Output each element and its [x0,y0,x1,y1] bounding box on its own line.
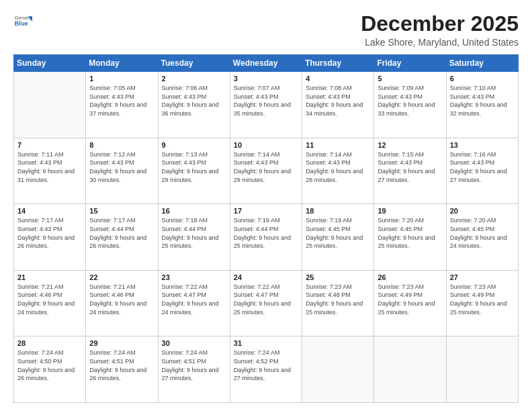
day-info: Sunrise: 7:19 AM Sunset: 4:44 PM Dayligh… [234,216,298,250]
table-row: 8Sunrise: 7:12 AM Sunset: 4:43 PM Daylig… [86,138,158,204]
day-number: 8 [89,141,154,149]
day-info: Sunrise: 7:22 AM Sunset: 4:47 PM Dayligh… [162,283,226,316]
table-row: 1Sunrise: 7:05 AM Sunset: 4:43 PM Daylig… [86,72,158,138]
table-row [14,72,86,138]
table-row: 23Sunrise: 7:22 AM Sunset: 4:47 PM Dayli… [158,270,230,336]
table-row: 31Sunrise: 7:24 AM Sunset: 4:52 PM Dayli… [230,336,302,403]
day-number: 7 [17,141,82,149]
day-info: Sunrise: 7:23 AM Sunset: 4:48 PM Dayligh… [306,283,370,316]
day-number: 28 [17,339,82,347]
day-number: 17 [234,207,298,215]
table-row: 19Sunrise: 7:20 AM Sunset: 4:45 PM Dayli… [374,204,446,271]
table-row: 16Sunrise: 7:18 AM Sunset: 4:44 PM Dayli… [158,204,230,271]
header: General Blue December 2025 Lake Shore, M… [13,12,519,48]
day-number: 22 [89,273,154,281]
table-row: 13Sunrise: 7:16 AM Sunset: 4:43 PM Dayli… [446,138,518,204]
logo: General Blue [13,12,32,31]
day-info: Sunrise: 7:05 AM Sunset: 4:43 PM Dayligh… [89,84,154,118]
day-info: Sunrise: 7:17 AM Sunset: 4:44 PM Dayligh… [89,216,154,250]
day-info: Sunrise: 7:14 AM Sunset: 4:43 PM Dayligh… [306,150,370,184]
day-info: Sunrise: 7:09 AM Sunset: 4:43 PM Dayligh… [378,84,442,118]
day-info: Sunrise: 7:20 AM Sunset: 4:45 PM Dayligh… [378,216,442,250]
day-info: Sunrise: 7:10 AM Sunset: 4:43 PM Dayligh… [450,84,515,118]
day-number: 25 [306,273,370,281]
header-friday: Friday [374,55,446,72]
day-number: 19 [378,207,442,215]
day-info: Sunrise: 7:17 AM Sunset: 4:43 PM Dayligh… [17,216,82,250]
day-number: 12 [378,141,442,149]
table-row: 6Sunrise: 7:10 AM Sunset: 4:43 PM Daylig… [446,72,518,138]
day-info: Sunrise: 7:23 AM Sunset: 4:49 PM Dayligh… [378,283,442,316]
day-info: Sunrise: 7:14 AM Sunset: 4:43 PM Dayligh… [234,150,298,184]
day-info: Sunrise: 7:22 AM Sunset: 4:47 PM Dayligh… [234,283,298,316]
location-title: Lake Shore, Maryland, United States [361,37,519,48]
day-info: Sunrise: 7:21 AM Sunset: 4:46 PM Dayligh… [89,283,154,316]
day-number: 21 [17,273,82,281]
day-number: 30 [162,339,226,347]
day-info: Sunrise: 7:24 AM Sunset: 4:51 PM Dayligh… [89,349,154,382]
day-number: 23 [162,273,226,281]
day-number: 10 [234,141,298,149]
day-info: Sunrise: 7:15 AM Sunset: 4:43 PM Dayligh… [378,150,442,184]
day-number: 20 [450,207,515,215]
table-row: 26Sunrise: 7:23 AM Sunset: 4:49 PM Dayli… [374,270,446,336]
table-row: 30Sunrise: 7:24 AM Sunset: 4:51 PM Dayli… [158,336,230,403]
day-number: 24 [234,273,298,281]
table-row: 17Sunrise: 7:19 AM Sunset: 4:44 PM Dayli… [230,204,302,271]
day-info: Sunrise: 7:19 AM Sunset: 4:45 PM Dayligh… [306,216,370,250]
header-saturday: Saturday [446,55,518,72]
day-info: Sunrise: 7:08 AM Sunset: 4:43 PM Dayligh… [306,84,370,118]
day-info: Sunrise: 7:18 AM Sunset: 4:44 PM Dayligh… [162,216,226,250]
day-number: 15 [89,207,154,215]
month-title: December 2025 [361,12,519,36]
day-info: Sunrise: 7:21 AM Sunset: 4:46 PM Dayligh… [17,283,82,316]
table-row: 3Sunrise: 7:07 AM Sunset: 4:43 PM Daylig… [230,72,302,138]
weekday-header-row: Sunday Monday Tuesday Wednesday Thursday… [14,55,519,72]
table-row: 10Sunrise: 7:14 AM Sunset: 4:43 PM Dayli… [230,138,302,204]
day-number: 31 [234,339,298,347]
table-row: 21Sunrise: 7:21 AM Sunset: 4:46 PM Dayli… [14,270,86,336]
table-row: 5Sunrise: 7:09 AM Sunset: 4:43 PM Daylig… [374,72,446,138]
table-row: 4Sunrise: 7:08 AM Sunset: 4:43 PM Daylig… [302,72,374,138]
calendar-row: 21Sunrise: 7:21 AM Sunset: 4:46 PM Dayli… [14,270,519,336]
page: General Blue December 2025 Lake Shore, M… [0,0,532,411]
day-number: 11 [306,141,370,149]
header-wednesday: Wednesday [230,55,302,72]
day-number: 13 [450,141,515,149]
table-row [374,336,446,403]
day-number: 18 [306,207,370,215]
day-number: 5 [378,75,442,83]
calendar-table: Sunday Monday Tuesday Wednesday Thursday… [13,54,519,403]
table-row: 7Sunrise: 7:11 AM Sunset: 4:43 PM Daylig… [14,138,86,204]
day-info: Sunrise: 7:13 AM Sunset: 4:43 PM Dayligh… [162,150,226,184]
day-number: 26 [378,273,442,281]
table-row: 2Sunrise: 7:06 AM Sunset: 4:43 PM Daylig… [158,72,230,138]
table-row: 12Sunrise: 7:15 AM Sunset: 4:43 PM Dayli… [374,138,446,204]
table-row: 25Sunrise: 7:23 AM Sunset: 4:48 PM Dayli… [302,270,374,336]
table-row: 18Sunrise: 7:19 AM Sunset: 4:45 PM Dayli… [302,204,374,271]
day-info: Sunrise: 7:06 AM Sunset: 4:43 PM Dayligh… [162,84,226,118]
table-row: 28Sunrise: 7:24 AM Sunset: 4:50 PM Dayli… [14,336,86,403]
table-row [446,336,518,403]
day-number: 14 [17,207,82,215]
day-info: Sunrise: 7:12 AM Sunset: 4:43 PM Dayligh… [89,150,154,184]
day-info: Sunrise: 7:24 AM Sunset: 4:51 PM Dayligh… [162,349,226,382]
title-block: December 2025 Lake Shore, Maryland, Unit… [361,12,519,48]
header-sunday: Sunday [14,55,86,72]
table-row: 15Sunrise: 7:17 AM Sunset: 4:44 PM Dayli… [86,204,158,271]
day-info: Sunrise: 7:24 AM Sunset: 4:50 PM Dayligh… [17,349,82,382]
day-number: 3 [234,75,298,83]
day-info: Sunrise: 7:24 AM Sunset: 4:52 PM Dayligh… [234,349,298,382]
calendar-row: 1Sunrise: 7:05 AM Sunset: 4:43 PM Daylig… [14,72,519,138]
day-number: 27 [450,273,515,281]
day-number: 2 [162,75,226,83]
calendar-row: 7Sunrise: 7:11 AM Sunset: 4:43 PM Daylig… [14,138,519,204]
header-monday: Monday [86,55,158,72]
day-number: 9 [162,141,226,149]
day-info: Sunrise: 7:23 AM Sunset: 4:49 PM Dayligh… [450,283,515,316]
calendar-row: 28Sunrise: 7:24 AM Sunset: 4:50 PM Dayli… [14,336,519,403]
header-thursday: Thursday [302,55,374,72]
header-tuesday: Tuesday [158,55,230,72]
table-row [302,336,374,403]
table-row: 20Sunrise: 7:20 AM Sunset: 4:45 PM Dayli… [446,204,518,271]
